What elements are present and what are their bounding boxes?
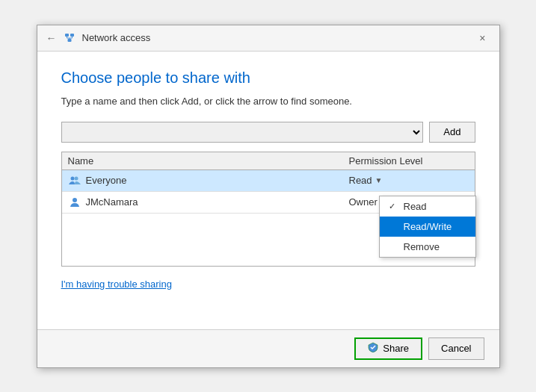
svg-point-9 [74, 176, 78, 180]
network-access-dialog: ← Network access × Choose people to shar… [37, 25, 500, 368]
trouble-link[interactable]: I'm having trouble sharing [61, 279, 172, 290]
share-label: Share [383, 343, 409, 354]
dropdown-readwrite-label: Read/Write [404, 221, 452, 232]
dropdown-read-label: Read [404, 201, 427, 212]
svg-point-8 [70, 176, 74, 180]
table-header: Name Permission Level [62, 152, 475, 170]
row-everyone-name: Everyone [86, 175, 349, 186]
table-row[interactable]: Everyone Read ▼ ✓ Read Read/Write [62, 170, 475, 192]
dropdown-remove-label: Remove [404, 241, 440, 252]
cancel-button[interactable]: Cancel [428, 337, 484, 360]
add-button[interactable]: Add [429, 122, 475, 143]
dialog-footer: Share Cancel [37, 329, 499, 367]
svg-rect-0 [65, 34, 69, 37]
dropdown-item-read[interactable]: ✓ Read [380, 196, 475, 217]
check-icon: ✓ [389, 202, 399, 211]
svg-rect-2 [67, 39, 71, 42]
share-button[interactable]: Share [354, 337, 422, 360]
title-bar-left: ← Network access [46, 31, 151, 45]
group-icon [68, 174, 81, 187]
title-bar: ← Network access × [37, 25, 499, 52]
svg-point-10 [73, 198, 77, 202]
input-row: Add [61, 122, 475, 143]
row-everyone-perm[interactable]: Read ▼ ✓ Read Read/Write [349, 175, 469, 186]
dropdown-item-readwrite[interactable]: Read/Write [380, 217, 475, 237]
dialog-content: Choose people to share with Type a name … [37, 52, 499, 329]
share-shield-icon [368, 342, 378, 355]
row-jmcnamara-name: JMcNamara [86, 196, 349, 208]
svg-rect-1 [70, 34, 74, 37]
col-name-header: Name [68, 155, 349, 167]
page-heading: Choose people to share with [61, 69, 475, 87]
user-icon [68, 196, 81, 209]
perm-dropdown-arrow[interactable]: ▼ [375, 176, 383, 184]
perm-owner-text: Owner [349, 196, 378, 208]
dialog-title: Network access [82, 32, 151, 43]
col-perm-header: Permission Level [349, 155, 469, 167]
back-button[interactable]: ← [46, 32, 57, 44]
close-button[interactable]: × [475, 31, 490, 45]
subtitle-text: Type a name and then click Add, or click… [61, 96, 475, 107]
permission-dropdown: ✓ Read Read/Write Remove [379, 196, 476, 258]
perm-read-text: Read [349, 175, 372, 186]
network-icon [63, 31, 76, 45]
dropdown-item-remove[interactable]: Remove [380, 237, 475, 257]
permissions-table: Name Permission Level Everyone Read ▼ [61, 152, 475, 267]
name-input[interactable] [61, 122, 424, 143]
